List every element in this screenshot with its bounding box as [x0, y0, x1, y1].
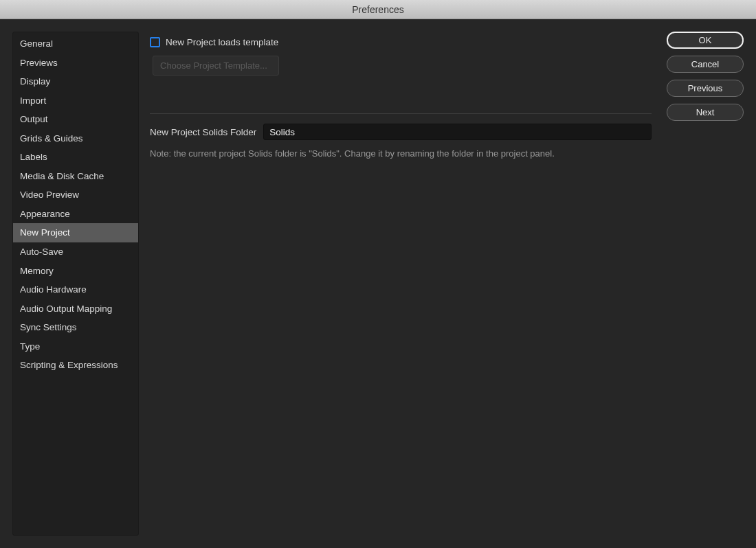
window-titlebar: Preferences [0, 0, 756, 19]
cancel-button[interactable]: Cancel [667, 56, 744, 73]
section-divider [150, 113, 652, 114]
sidebar-item-audio-output-mapping[interactable]: Audio Output Mapping [13, 299, 138, 319]
choose-template-button: Choose Project Template... [153, 56, 279, 76]
sidebar-item-video-preview[interactable]: Video Preview [13, 185, 138, 205]
sidebar-item-display[interactable]: Display [13, 72, 138, 91]
solids-folder-label: New Project Solids Folder [150, 127, 256, 137]
sidebar-item-audio-hardware[interactable]: Audio Hardware [13, 280, 138, 299]
sidebar-item-output[interactable]: Output [13, 110, 138, 129]
content-main: New Project loads template Choose Projec… [150, 32, 652, 536]
sidebar-item-type[interactable]: Type [13, 337, 138, 356]
window-title: Preferences [352, 4, 403, 15]
ok-button[interactable]: OK [667, 32, 744, 49]
solids-folder-row: New Project Solids Folder [150, 124, 652, 140]
next-button[interactable]: Next [667, 104, 744, 121]
sidebar-item-general[interactable]: General [13, 32, 138, 54]
loads-template-checkbox[interactable] [150, 37, 160, 47]
sidebar-item-media-disk-cache[interactable]: Media & Disk Cache [13, 167, 138, 186]
dialog-buttons: OK Cancel Previous Next [667, 32, 744, 536]
preferences-sidebar: General Previews Display Import Output G… [12, 32, 139, 536]
sidebar-item-import[interactable]: Import [13, 91, 138, 111]
sidebar-item-auto-save[interactable]: Auto-Save [13, 242, 138, 262]
sidebar-item-scripting-expressions[interactable]: Scripting & Expressions [13, 356, 138, 375]
sidebar-item-appearance[interactable]: Appearance [13, 205, 138, 224]
sidebar-item-new-project[interactable]: New Project [13, 223, 138, 242]
solids-folder-input[interactable] [263, 124, 652, 140]
content-area: New Project loads template Choose Projec… [150, 32, 744, 536]
previous-button[interactable]: Previous [667, 80, 744, 97]
loads-template-label: New Project loads template [166, 37, 278, 47]
sidebar-item-grids-guides[interactable]: Grids & Guides [13, 129, 138, 148]
loads-template-row: New Project loads template [150, 37, 652, 47]
solids-folder-note: Note: the current project Solids folder … [150, 148, 652, 159]
sidebar-item-memory[interactable]: Memory [13, 262, 138, 281]
sidebar-item-labels[interactable]: Labels [13, 148, 138, 167]
sidebar-item-sync-settings[interactable]: Sync Settings [13, 318, 138, 337]
main-container: General Previews Display Import Output G… [0, 19, 756, 548]
sidebar-item-previews[interactable]: Previews [13, 54, 138, 73]
